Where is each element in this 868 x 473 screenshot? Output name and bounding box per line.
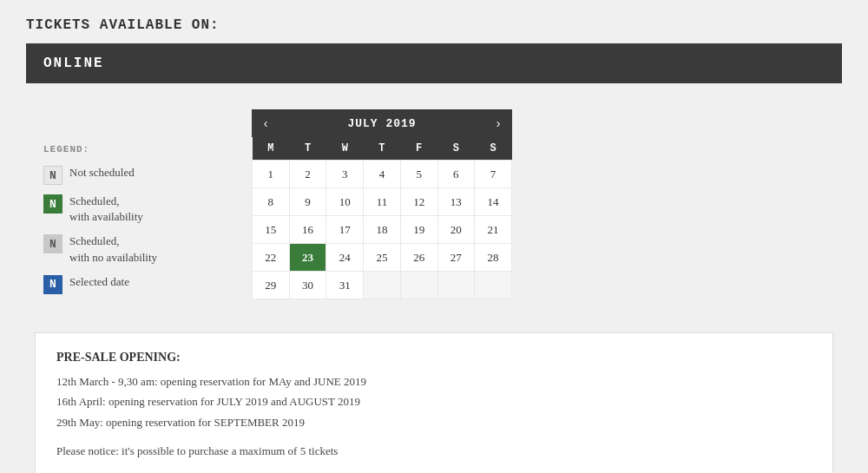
cal-day[interactable]: 13	[437, 188, 475, 216]
cal-day[interactable]: 22	[253, 244, 290, 272]
cal-day[interactable]: 6	[437, 161, 475, 188]
legend-item-scheduled-no-available: N Scheduled,with no availability	[43, 233, 217, 265]
cal-day[interactable]: 11	[364, 188, 401, 216]
cal-day[interactable]: 16	[289, 216, 326, 244]
cal-day[interactable]: 10	[326, 188, 364, 216]
presale-line-3: 29th May: opening reservation for SEPTEM…	[56, 414, 812, 431]
cal-day[interactable]: 8	[253, 188, 290, 216]
cal-day[interactable]: 1	[253, 161, 290, 188]
online-label: ONLINE	[43, 56, 104, 71]
legend-badge-green: N	[43, 194, 62, 214]
calendar-month-label: JULY 2019	[279, 109, 484, 137]
online-bar: ONLINE	[26, 43, 842, 83]
cal-day[interactable]: 17	[326, 216, 364, 244]
presale-line-2: 16th April: opening reservation for JULY…	[56, 393, 812, 411]
cal-day[interactable]: 20	[437, 216, 475, 244]
presale-section: PRE-SALE OPENING: 12th March - 9,30 am: …	[35, 332, 833, 473]
cal-day[interactable]: 26	[400, 244, 437, 272]
legend: LEGEND: N Not scheduled N Scheduled,with…	[43, 109, 217, 303]
cal-day[interactable]: 9	[289, 188, 326, 216]
cal-day[interactable]: 29	[253, 272, 290, 299]
calendar: ‹ JULY 2019 › M T W T F S S	[252, 109, 512, 299]
next-month-button[interactable]: ›	[484, 109, 512, 137]
calendar-week-1: 1 2 3 4 5 6 7	[253, 161, 512, 188]
cal-day[interactable]: 2	[289, 161, 326, 188]
prev-month-button[interactable]: ‹	[252, 109, 279, 137]
weekday-thu: T	[364, 137, 401, 161]
legend-badge-gray: N	[43, 234, 62, 253]
cal-day-empty	[475, 272, 512, 299]
calendar-week-4: 22 23 24 25 26 27 28	[253, 244, 512, 272]
cal-day[interactable]: 14	[475, 188, 512, 216]
cal-day[interactable]: 30	[289, 272, 326, 299]
calendar-week-5: 29 30 31	[253, 272, 512, 299]
legend-badge-plain: N	[43, 166, 62, 185]
legend-text-not-scheduled: Not scheduled	[69, 165, 135, 181]
tickets-available-title: TICKETS AVAILABLE ON:	[26, 17, 842, 33]
legend-text-scheduled-no-available: Scheduled,with no availability	[69, 233, 157, 265]
legend-text-scheduled-available: Scheduled,with availability	[69, 194, 143, 225]
cal-day[interactable]: 25	[364, 244, 401, 272]
weekday-sat: S	[437, 137, 475, 161]
cal-day[interactable]: 24	[326, 244, 364, 272]
legend-item-scheduled-available: N Scheduled,with availability	[43, 194, 217, 225]
legend-title: LEGEND:	[43, 144, 217, 154]
presale-line-1: 12th March - 9,30 am: opening reservatio…	[56, 373, 812, 391]
cal-day-selected[interactable]: 23	[289, 244, 326, 272]
cal-day[interactable]: 21	[475, 216, 512, 244]
cal-day[interactable]: 12	[400, 188, 437, 216]
page-container: TICKETS AVAILABLE ON: ONLINE LEGEND: N N…	[0, 0, 868, 473]
presale-notice: Please notice: it's possible to purchase…	[56, 443, 812, 460]
cal-day-empty	[437, 272, 475, 299]
cal-day[interactable]: 27	[437, 244, 475, 272]
cal-day[interactable]: 7	[475, 161, 512, 188]
weekday-mon: M	[253, 137, 290, 161]
cal-day[interactable]: 5	[400, 161, 437, 188]
presale-title: PRE-SALE OPENING:	[56, 351, 812, 365]
legend-text-selected-date: Selected date	[69, 274, 129, 290]
weekday-wed: W	[326, 137, 364, 161]
weekday-fri: F	[400, 137, 437, 161]
cal-day[interactable]: 3	[326, 161, 364, 188]
cal-day[interactable]: 31	[326, 272, 364, 299]
calendar-section: LEGEND: N Not scheduled N Scheduled,with…	[26, 101, 842, 312]
weekday-tue: T	[289, 137, 326, 161]
calendar-week-3: 15 16 17 18 19 20 21	[253, 216, 512, 244]
calendar-week-2: 8 9 10 11 12 13 14	[253, 188, 512, 216]
cal-day[interactable]: 4	[364, 161, 401, 188]
cal-day-empty	[364, 272, 401, 299]
cal-day[interactable]: 19	[400, 216, 437, 244]
legend-badge-blue: N	[43, 275, 62, 294]
calendar-weekdays-row: M T W T F S S	[253, 137, 512, 161]
legend-item-not-scheduled: N Not scheduled	[43, 165, 217, 185]
cal-day[interactable]: 28	[475, 244, 512, 272]
weekday-sun: S	[475, 137, 512, 161]
cal-day[interactable]: 18	[364, 216, 401, 244]
calendar-header: ‹ JULY 2019 ›	[252, 109, 512, 137]
cal-day[interactable]: 15	[253, 216, 290, 244]
calendar-table: M T W T F S S 1 2 3 4 5	[252, 137, 512, 299]
cal-day-empty	[400, 272, 437, 299]
legend-item-selected-date: N Selected date	[43, 274, 217, 294]
